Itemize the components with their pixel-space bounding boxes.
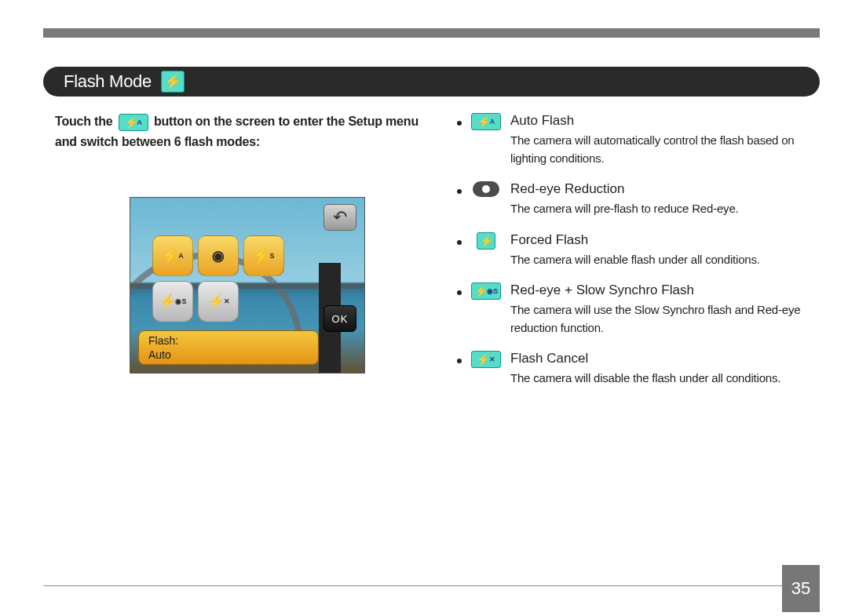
flash-auto-icon: ⚡A: [471, 113, 501, 130]
bullet-icon: [457, 189, 462, 194]
flash-auto-button[interactable]: ⚡A: [152, 235, 193, 276]
list-item: ⚡ Forced Flash The camera will enable fl…: [457, 231, 812, 269]
mode-title: Forced Flash: [510, 232, 812, 248]
top-bar: [43, 28, 820, 38]
flash-slow-button[interactable]: ⚡S: [243, 235, 284, 276]
footer-divider: [43, 585, 784, 586]
intro-before: Touch the: [55, 115, 112, 128]
flash-cancel-icon: ⚡✕: [471, 351, 501, 368]
right-column: ⚡A Auto Flash The camera will automatica…: [448, 111, 812, 400]
flash-slow-redeye-icon: ⚡◉S: [471, 282, 501, 300]
left-column: Touch the ⚡A button on the screen to ent…: [55, 111, 424, 400]
bullet-icon: [457, 121, 462, 126]
mode-title: Flash Cancel: [510, 351, 812, 366]
list-item: ⚡✕ Flash Cancel The camera will disable …: [457, 349, 812, 388]
mode-desc: The camera will automatically control th…: [510, 132, 812, 167]
flash-mode-list: ⚡A Auto Flash The camera will automatica…: [457, 111, 812, 388]
flash-icon: ⚡: [161, 71, 185, 93]
mode-desc: The camera will pre-flash to reduce Red-…: [510, 200, 812, 218]
list-item: ⚡◉S Red-eye + Slow Synchro Flash The cam…: [457, 281, 812, 337]
flash-icon: ⚡: [477, 232, 495, 250]
red-eye-button[interactable]: ◉: [198, 235, 239, 276]
flash-mode-row-2: ⚡◉S ⚡✕: [152, 281, 239, 322]
flash-status-value: Auto: [148, 348, 309, 363]
mode-desc: The camera will disable the flash under …: [510, 370, 812, 388]
list-item: Red-eye Reduction The camera will pre-fl…: [457, 180, 812, 218]
flash-status-prefix: Flash:: [148, 334, 309, 348]
section-header: Flash Mode ⚡: [43, 67, 820, 97]
page-number: 35: [782, 565, 820, 612]
page-content: Touch the ⚡A button on the screen to ent…: [55, 111, 812, 400]
mode-title: Red-eye + Slow Synchro Flash: [510, 282, 812, 298]
redeye-slow-button[interactable]: ⚡◉S: [152, 281, 193, 322]
mode-desc: The camera will use the Slow Synchro fla…: [510, 301, 812, 337]
mode-title: Auto Flash: [510, 113, 812, 129]
flash-status-label: Flash: Auto: [138, 330, 319, 365]
flash-cancel-button[interactable]: ⚡✕: [198, 281, 239, 322]
mode-desc: The camera will enable flash under all c…: [510, 251, 812, 269]
bullet-icon: [457, 290, 462, 295]
eye-icon: [473, 181, 499, 197]
intro-text: Touch the ⚡A button on the screen to ent…: [55, 111, 424, 151]
camera-preview: ↶ ⚡A ◉ ⚡S ⚡◉S ⚡✕ OK Flash: Auto: [130, 197, 365, 374]
bullet-icon: [457, 240, 462, 245]
ok-button[interactable]: OK: [323, 305, 356, 332]
section-title: Flash Mode: [64, 71, 152, 92]
list-item: ⚡A Auto Flash The camera will automatica…: [457, 111, 812, 167]
back-button[interactable]: ↶: [323, 204, 356, 231]
bullet-icon: [457, 359, 462, 363]
mode-title: Red-eye Reduction: [510, 181, 812, 197]
flash-auto-icon: ⚡A: [119, 114, 148, 131]
flash-mode-row-1: ⚡A ◉ ⚡S: [152, 235, 284, 276]
